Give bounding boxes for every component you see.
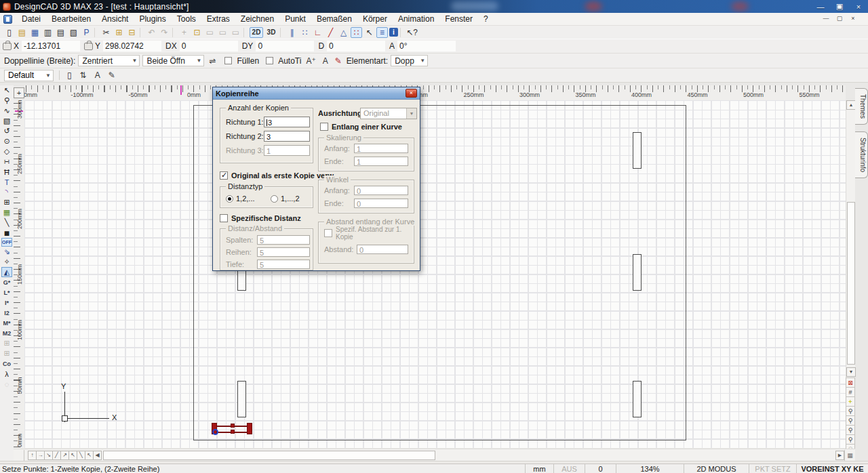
separator[interactable] xyxy=(400,28,404,37)
status-cell[interactable]: VOREINST XY KE xyxy=(796,464,868,473)
snap-tangent[interactable]: λ xyxy=(1,369,12,379)
circle-tool[interactable]: ⊙ xyxy=(1,136,12,146)
menu-item[interactable]: Ansicht xyxy=(96,13,134,25)
element-type-dropdown[interactable]: Dopp ▼ xyxy=(391,55,428,66)
line-draw-icon[interactable]: ╱ xyxy=(325,27,336,38)
lock-icon[interactable] xyxy=(3,43,12,50)
scroll-up-button[interactable]: ▲ xyxy=(846,100,856,110)
line-tool[interactable]: ╲ xyxy=(1,218,12,228)
angle-snap-icon[interactable]: ∟ xyxy=(312,27,323,38)
redo-icon[interactable]: ↷ xyxy=(159,27,170,38)
text-tool[interactable]: T xyxy=(1,177,12,187)
open-icon[interactable]: ▤ xyxy=(16,27,28,38)
snap-circle[interactable]: ◌ xyxy=(1,379,12,389)
hatch-tool[interactable]: ▦ xyxy=(1,207,12,218)
context-help-icon[interactable]: ↖? xyxy=(406,27,418,38)
fillet-tool[interactable]: ◝ xyxy=(1,187,12,197)
wand-tool[interactable]: ✧ xyxy=(1,257,12,267)
layer-text-icon[interactable]: A xyxy=(95,70,100,80)
menu-item[interactable]: Datei xyxy=(16,13,46,25)
status-cell[interactable]: 2D MODUS xyxy=(684,464,749,473)
cut-icon[interactable]: ✂ xyxy=(100,27,112,38)
separator[interactable] xyxy=(172,28,176,37)
layer-list-icon[interactable]: ≡ xyxy=(376,27,388,38)
coordinate-value[interactable]: 0 xyxy=(256,41,314,52)
move-icon[interactable]: + xyxy=(178,27,190,38)
new-icon[interactable]: ▯ xyxy=(3,27,15,38)
zoom-add-icon[interactable]: + xyxy=(846,396,855,407)
autoti-checkbox[interactable] xyxy=(266,57,273,64)
status-cell[interactable]: 0 xyxy=(585,464,616,473)
coordinate-value[interactable]: 0 xyxy=(327,41,385,52)
zoom-question-icon[interactable]: ⚲ xyxy=(846,406,855,416)
snap-midpoint[interactable]: M* xyxy=(1,318,12,328)
zoom-extents-icon[interactable]: ⚲ xyxy=(846,415,855,426)
snap-grid-1[interactable]: ⊞ xyxy=(1,338,12,348)
status-cell[interactable]: 134% xyxy=(616,464,684,473)
menu-item[interactable]: ? xyxy=(478,13,494,25)
drawing-rectangle[interactable] xyxy=(633,381,642,417)
coordinate-value[interactable]: 0 xyxy=(180,41,238,52)
menu-item[interactable]: Bemaßen xyxy=(311,13,357,25)
snap-midpoint-2[interactable]: M2 xyxy=(1,328,12,338)
open-mode-dropdown[interactable]: Beide Öffn ▼ xyxy=(142,55,204,66)
separator[interactable] xyxy=(140,28,144,37)
selection-handle[interactable] xyxy=(247,423,252,434)
dimension-tool[interactable]: Ħ xyxy=(1,167,12,177)
field-input[interactable]: 3 xyxy=(264,131,310,142)
duplicate-icon[interactable]: ⊡ xyxy=(191,27,203,38)
print-setup-icon[interactable]: ▤ xyxy=(55,27,66,38)
zoom-window-icon[interactable]: ⚲ xyxy=(846,425,855,435)
double-line-tool[interactable]: ∺ xyxy=(1,157,12,167)
scrollbar-thumb[interactable] xyxy=(103,451,435,460)
print-preview-icon[interactable]: ▧ xyxy=(68,27,79,38)
snap-intersect-1[interactable]: I* xyxy=(1,297,12,308)
snap-off-button[interactable]: OFF xyxy=(1,238,12,247)
drawing-canvas[interactable]: Y X xyxy=(24,100,846,448)
publish-icon[interactable]: P xyxy=(81,27,92,38)
grid-corner-icon[interactable]: ▦ xyxy=(844,450,855,461)
mirror-icon[interactable]: △ xyxy=(338,27,349,38)
reference-point-marker[interactable] xyxy=(212,429,218,435)
offset-copy-icon[interactable]: ▭ xyxy=(230,27,241,38)
snap-coordinate[interactable]: Co xyxy=(1,358,12,369)
select-by-tool[interactable]: ⇘ xyxy=(1,247,12,257)
style-picker-icon[interactable]: ✎ xyxy=(335,56,342,66)
zoom-out-icon[interactable]: ⚲ xyxy=(846,434,855,445)
field-input[interactable]: 1 xyxy=(264,145,310,156)
undo-icon[interactable]: ↶ xyxy=(146,27,157,38)
mdi-minimize-button[interactable]: — xyxy=(822,15,830,22)
coordinate-value[interactable]: -12.13701 xyxy=(22,41,80,52)
side-tab[interactable]: Themes xyxy=(855,88,868,125)
menu-item[interactable]: Körper xyxy=(357,13,393,25)
close-button[interactable]: × xyxy=(849,0,868,13)
horizontal-scrollbar[interactable]: ↑ → ↘ ╱ ↗ ↖ ╲ ↖ ◀ ▶ ▦ xyxy=(14,449,855,461)
mode-2d-button[interactable]: 2D xyxy=(250,27,263,38)
mdi-restore-button[interactable]: ▢ xyxy=(835,15,844,22)
drawing-rectangle[interactable] xyxy=(633,132,642,169)
dialog-close-button[interactable]: × xyxy=(406,89,417,98)
status-cell[interactable]: mm xyxy=(525,464,553,473)
scrollbar-thumb[interactable] xyxy=(847,202,855,365)
grid-toggle-icon[interactable]: # xyxy=(846,387,855,397)
array-icon[interactable]: ▭ xyxy=(204,27,216,38)
coordinate-value[interactable]: 0° xyxy=(397,41,456,52)
close-view-icon[interactable]: ⊠ xyxy=(846,377,855,388)
parallel-icon[interactable]: ∥ xyxy=(286,27,298,38)
field-input[interactable]: 3 xyxy=(264,117,310,127)
menu-item[interactable]: Plugins xyxy=(134,13,171,25)
restore-button[interactable]: ▣ xyxy=(830,0,849,13)
scroll-left-button[interactable]: ◀ xyxy=(93,451,102,460)
width-mode-dropdown[interactable]: Zentriert ▼ xyxy=(78,55,140,66)
ruler-expand-button[interactable]: + xyxy=(14,87,24,98)
box-tool[interactable]: ▧ xyxy=(1,116,12,126)
print-icon[interactable]: ▥ xyxy=(42,27,54,38)
separator[interactable] xyxy=(243,28,248,37)
scroll-down-button[interactable]: ▼ xyxy=(846,367,856,377)
paste-icon[interactable]: ⊟ xyxy=(126,27,138,38)
snap-grid-2[interactable]: ⊞ xyxy=(1,348,12,358)
menu-item[interactable]: Bearbeiten xyxy=(46,13,96,25)
curve-tool[interactable]: ∿ xyxy=(1,106,12,116)
pick-icon[interactable]: ↖ xyxy=(363,27,375,38)
arc-tool[interactable]: ↺ xyxy=(1,126,12,136)
